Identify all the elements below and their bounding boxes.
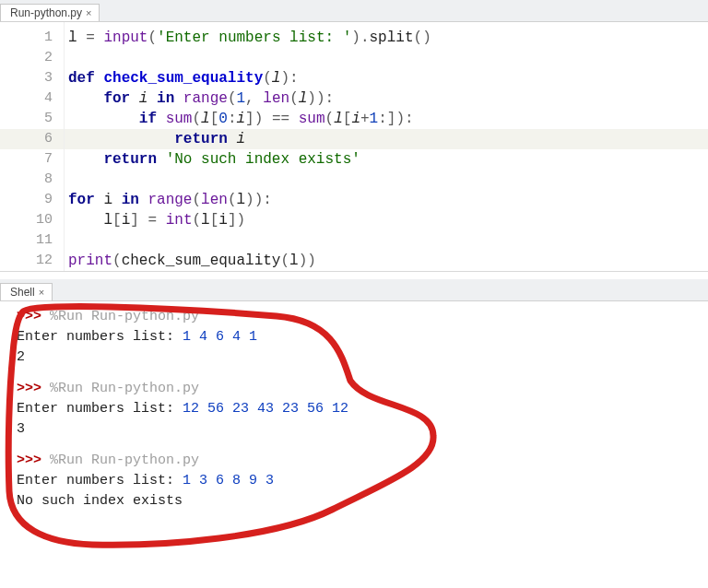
shell-prompt: >>> bbox=[17, 453, 41, 468]
line-number: 6 bbox=[0, 129, 64, 149]
code-line[interactable]: for i in range(1, len(l)): bbox=[65, 88, 708, 109]
line-number: 7 bbox=[0, 149, 64, 170]
line-number: 12 bbox=[0, 251, 64, 271]
line-number: 9 bbox=[0, 190, 64, 210]
shell-output[interactable]: >>> %Run Run-python.py Enter numbers lis… bbox=[0, 301, 708, 559]
line-number: 8 bbox=[0, 170, 64, 190]
shell-run-block: >>> %Run Run-python.py Enter numbers lis… bbox=[17, 451, 699, 512]
shell-run-block: >>> %Run Run-python.py Enter numbers lis… bbox=[17, 307, 699, 368]
code-line[interactable]: def check_sum_equality(l): bbox=[65, 68, 708, 88]
code-line[interactable]: l = input('Enter numbers list: ').split(… bbox=[65, 28, 708, 48]
run-output: 3 bbox=[17, 421, 25, 437]
close-icon[interactable]: × bbox=[86, 7, 91, 18]
shell-prompt: >>> bbox=[17, 381, 41, 396]
shell-tab-label: Shell bbox=[10, 286, 35, 299]
line-number: 3 bbox=[0, 68, 64, 88]
code-line[interactable]: l[i] = int(l[i]) bbox=[65, 210, 708, 230]
editor-tab-bar: Run-python.py × bbox=[0, 0, 708, 22]
user-input: 1 3 6 8 9 3 bbox=[183, 473, 274, 488]
shell-panel: Shell × >>> %Run Run-python.py Enter num… bbox=[0, 279, 708, 559]
code-line[interactable]: return 'No such index exists' bbox=[65, 149, 708, 170]
shell-tab-bar: Shell × bbox=[0, 279, 708, 301]
run-command: %Run Run-python.py bbox=[50, 453, 199, 468]
run-command: %Run Run-python.py bbox=[50, 309, 199, 324]
code-editor[interactable]: 1 2 3 4 5 6 7 8 9 10 11 12 l = input('En… bbox=[0, 22, 708, 272]
shell-prompt: >>> bbox=[17, 309, 41, 324]
code-line[interactable]: print(check_sum_equality(l)) bbox=[65, 251, 708, 271]
line-number: 10 bbox=[0, 210, 64, 230]
input-label: Enter numbers list: bbox=[17, 401, 183, 417]
line-number: 4 bbox=[0, 88, 64, 109]
editor-tab[interactable]: Run-python.py × bbox=[0, 4, 100, 21]
run-command: %Run Run-python.py bbox=[50, 381, 199, 396]
line-gutter: 1 2 3 4 5 6 7 8 9 10 11 12 bbox=[0, 22, 65, 271]
input-label: Enter numbers list: bbox=[17, 329, 183, 345]
line-number: 1 bbox=[0, 28, 64, 48]
code-line[interactable]: for i in range(len(l)): bbox=[65, 190, 708, 210]
user-input: 12 56 23 43 23 56 12 bbox=[183, 401, 348, 417]
code-line[interactable] bbox=[65, 48, 708, 68]
code-line[interactable]: return i bbox=[65, 129, 708, 149]
run-output: 2 bbox=[17, 349, 25, 365]
code-area[interactable]: l = input('Enter numbers list: ').split(… bbox=[65, 22, 708, 271]
line-number: 5 bbox=[0, 109, 64, 129]
close-icon[interactable]: × bbox=[39, 287, 44, 298]
code-line[interactable] bbox=[65, 170, 708, 190]
run-output: No such index exists bbox=[17, 493, 183, 509]
code-line[interactable]: if sum(l[0:i]) == sum(l[i+1:]): bbox=[65, 109, 708, 129]
input-label: Enter numbers list: bbox=[17, 473, 183, 488]
code-line[interactable] bbox=[65, 230, 708, 251]
shell-tab[interactable]: Shell × bbox=[0, 283, 53, 300]
line-number: 2 bbox=[0, 48, 64, 68]
user-input: 1 4 6 4 1 bbox=[183, 329, 257, 345]
editor-tab-label: Run-python.py bbox=[10, 6, 82, 19]
shell-run-block: >>> %Run Run-python.py Enter numbers lis… bbox=[17, 379, 699, 440]
line-number: 11 bbox=[0, 230, 64, 251]
